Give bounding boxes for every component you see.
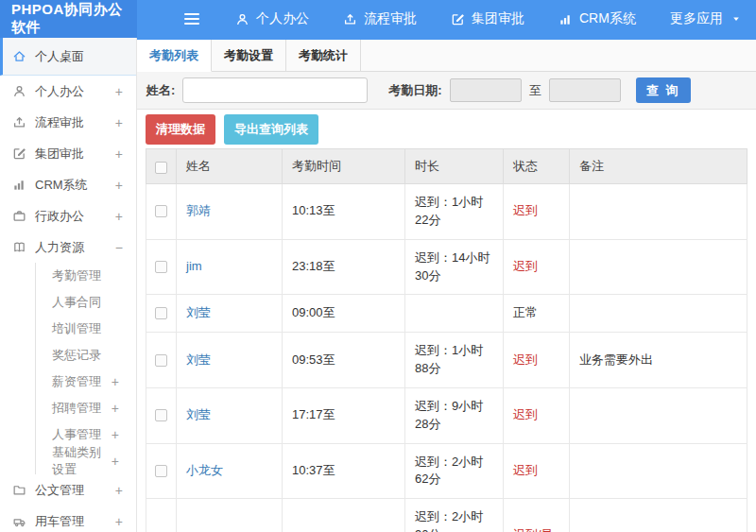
sidebar-item-workflow-approval[interactable]: 流程审批 + bbox=[0, 107, 136, 138]
sidebar-subitem-recruit-mgmt[interactable]: 招聘管理 + bbox=[36, 395, 136, 421]
duration-cell: 迟到：2小时62分 bbox=[405, 443, 504, 499]
tab-attendance-stats[interactable]: 考勤统计 bbox=[286, 40, 361, 71]
expand-indicator: + bbox=[115, 115, 123, 130]
table-row: jim 23:18至 迟到：14小时30分 迟到 bbox=[146, 239, 747, 295]
topnav-group-approval[interactable]: 集团审批 bbox=[451, 10, 524, 27]
expand-indicator: + bbox=[115, 483, 123, 498]
query-button[interactable]: 查 询 bbox=[636, 77, 691, 103]
to-label: 至 bbox=[529, 82, 541, 99]
sidebar-subitem-salary-mgmt[interactable]: 薪资管理 + bbox=[36, 369, 136, 395]
main-content: 考勤列表 考勤设置 考勤统计 姓名: 考勤日期: 至 查 询 清理数据 导出查询… bbox=[137, 38, 756, 532]
status-badge: 迟到 bbox=[504, 333, 570, 388]
status-badge: 正常 bbox=[504, 295, 570, 333]
row-checkbox[interactable] bbox=[155, 261, 167, 273]
sidebar-subitem-reward-records[interactable]: 奖惩记录 bbox=[36, 342, 136, 369]
name-label: 姓名: bbox=[146, 82, 175, 99]
topnav-crm-system[interactable]: CRM系统 bbox=[558, 10, 636, 27]
tab-attendance-list[interactable]: 考勤列表 bbox=[137, 40, 212, 72]
attendance-time: 10:37至 bbox=[283, 443, 405, 499]
attendance-time: 09:00至 bbox=[283, 295, 405, 333]
col-header-status: 状态 bbox=[504, 149, 570, 184]
attendance-time: 09:53至 bbox=[283, 333, 405, 388]
expand-indicator: + bbox=[112, 454, 119, 469]
menu-toggle-icon[interactable] bbox=[184, 13, 199, 25]
table-row: 郭靖 10:13至 迟到：1小时22分 迟到 bbox=[146, 184, 747, 240]
topnav-label: CRM系统 bbox=[579, 10, 636, 27]
collapse-indicator: − bbox=[115, 240, 123, 255]
car-icon bbox=[12, 514, 26, 528]
sidebar-subitem-attendance-mgmt[interactable]: 考勤管理 bbox=[36, 263, 136, 289]
sidebar-item-crm-system[interactable]: CRM系统 + bbox=[0, 169, 136, 200]
attendance-time: 10:54至10:54 bbox=[283, 499, 405, 532]
date-label: 考勤日期: bbox=[388, 82, 441, 99]
sidebar-item-admin-office[interactable]: 行政办公 + bbox=[0, 200, 136, 232]
table-toolbar: 清理数据 导出查询列表 bbox=[137, 110, 756, 148]
tab-attendance-settings[interactable]: 考勤设置 bbox=[212, 40, 286, 71]
employee-name-link[interactable]: 刘莹 bbox=[186, 352, 211, 367]
topnav-label: 更多应用 bbox=[670, 10, 723, 27]
topnav-more-apps[interactable]: 更多应用 bbox=[670, 10, 741, 27]
edit-icon bbox=[12, 146, 26, 161]
book-icon bbox=[12, 240, 26, 254]
date-to-input[interactable] bbox=[549, 78, 621, 102]
date-from-input[interactable] bbox=[450, 78, 522, 102]
row-checkbox[interactable] bbox=[155, 205, 167, 217]
sidebar-subitem-hr-contract[interactable]: 人事合同 bbox=[36, 289, 136, 316]
note-cell bbox=[570, 239, 747, 295]
select-all-checkbox[interactable] bbox=[155, 162, 167, 174]
sidebar-subitem-training-mgmt[interactable]: 培训管理 bbox=[36, 316, 136, 342]
export-list-button[interactable]: 导出查询列表 bbox=[224, 114, 318, 145]
row-checkbox[interactable] bbox=[155, 409, 167, 421]
note-cell bbox=[570, 295, 747, 333]
expand-indicator: + bbox=[115, 514, 123, 529]
duration-cell: 迟到：1小时88分 bbox=[405, 333, 504, 388]
person-icon bbox=[235, 12, 249, 26]
employee-name-link[interactable]: 小龙女 bbox=[186, 463, 223, 477]
duration-cell: 迟到：2小时90分早退：7小时10分 bbox=[405, 499, 504, 532]
sidebar: 个人桌面 个人办公 + 流程审批 + 集团审批 + CRM系统 + 行政办公 + bbox=[0, 38, 137, 532]
col-header-note: 备注 bbox=[570, 149, 747, 184]
topnav-label: 个人办公 bbox=[256, 10, 309, 27]
note-cell bbox=[570, 443, 747, 499]
row-checkbox[interactable] bbox=[155, 307, 167, 319]
employee-name-link[interactable]: jim bbox=[186, 259, 202, 273]
note-cell bbox=[570, 184, 747, 240]
edit-icon bbox=[451, 12, 465, 26]
clean-data-button[interactable]: 清理数据 bbox=[146, 114, 215, 145]
expand-indicator: + bbox=[112, 427, 119, 442]
row-checkbox[interactable] bbox=[155, 354, 167, 367]
row-checkbox[interactable] bbox=[155, 465, 167, 477]
status-badge: 迟到/早退 bbox=[504, 499, 570, 532]
employee-name-link[interactable]: 郭靖 bbox=[186, 203, 211, 217]
table-row: 小龙女 10:37至 迟到：2小时62分 迟到 bbox=[146, 443, 747, 499]
col-header-duration: 时长 bbox=[405, 149, 504, 184]
topnav-workflow-approval[interactable]: 流程审批 bbox=[343, 10, 417, 27]
status-badge: 迟到 bbox=[504, 239, 570, 295]
status-badge: 迟到 bbox=[504, 443, 570, 499]
sidebar-item-personal-office[interactable]: 个人办公 + bbox=[0, 76, 136, 107]
name-search-input[interactable] bbox=[182, 77, 368, 103]
employee-name-link[interactable]: 刘莹 bbox=[186, 305, 211, 319]
employee-name-link[interactable]: 刘莹 bbox=[186, 407, 211, 421]
sidebar-item-group-approval[interactable]: 集团审批 + bbox=[0, 138, 136, 169]
table-row: 刘莹 17:17至 迟到：9小时28分 迟到 bbox=[146, 387, 747, 443]
expand-indicator: + bbox=[112, 374, 119, 389]
chart-icon bbox=[12, 178, 26, 192]
sidebar-subitem-base-category-settings[interactable]: 基础类别设置 + bbox=[36, 448, 136, 474]
status-badge: 迟到 bbox=[504, 184, 570, 240]
sidebar-item-document-mgmt[interactable]: 公文管理 + bbox=[0, 474, 136, 506]
topnav-label: 集团审批 bbox=[472, 10, 524, 27]
col-header-time: 考勤时间 bbox=[283, 149, 405, 184]
person-icon bbox=[12, 84, 26, 98]
duration-cell: 迟到：14小时30分 bbox=[405, 239, 504, 295]
attendance-time: 10:13至 bbox=[283, 184, 405, 240]
table-header-row: 姓名 考勤时间 时长 状态 备注 bbox=[146, 149, 747, 184]
sidebar-item-human-resources[interactable]: 人力资源 − bbox=[0, 232, 136, 263]
attendance-table: 姓名 考勤时间 时长 状态 备注 郭靖 10:13至 迟到：1小时22分 迟到 bbox=[146, 148, 747, 532]
sidebar-item-personal-desktop[interactable]: 个人桌面 bbox=[0, 38, 136, 76]
duration-cell bbox=[405, 295, 504, 333]
sidebar-item-vehicle-mgmt[interactable]: 用车管理 + bbox=[0, 506, 136, 532]
topnav-personal-office[interactable]: 个人办公 bbox=[235, 10, 309, 27]
caret-down-icon bbox=[731, 14, 741, 24]
note-cell: 业务需要外出 bbox=[570, 333, 747, 388]
